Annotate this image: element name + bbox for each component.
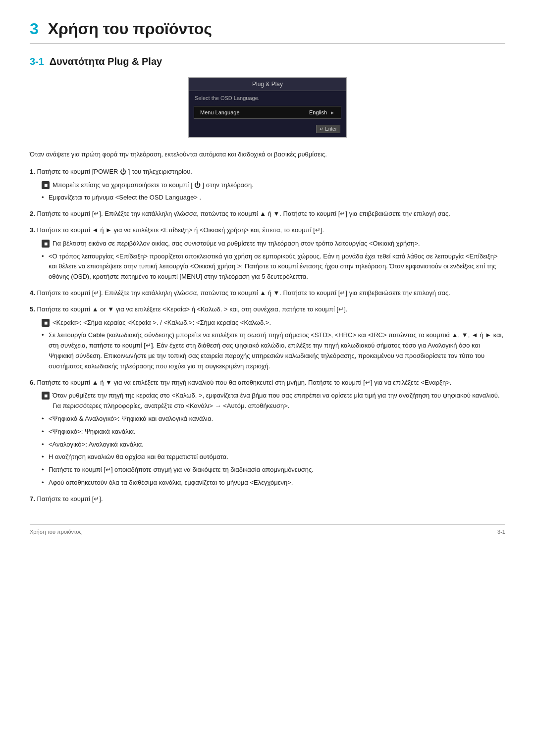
step-item-2: 2. Πατήστε το κουμπί [↵]. Επιλέξτε την κ… <box>30 209 505 219</box>
sub-text: Όταν ρυθμίζετε την πηγή της κεραίας στο … <box>53 391 505 411</box>
osd-enter-button[interactable]: ↵ Enter <box>316 125 340 133</box>
step-text: 3. Πατήστε το κουμπί ◄ ή ► για να επιλέξ… <box>30 225 505 236</box>
sub-item: Η αναζήτηση καναλιών θα αρχίσει και θα τ… <box>42 452 505 462</box>
intro-text: Όταν ανάψετε για πρώτη φορά την τηλεόρασ… <box>30 150 505 160</box>
step-text: 2. Πατήστε το κουμπί [↵]. Επιλέξτε την κ… <box>30 209 505 219</box>
osd-title: Plug & Play <box>189 78 346 91</box>
step-text: 5. Πατήστε το κουμπί ▲ or ▼ για να επιλέ… <box>30 304 505 315</box>
note-icon: ◼ <box>42 240 50 248</box>
sub-item: <Ο τρόπος λειτουργίας <Επίδειξη> προορίζ… <box>42 252 505 282</box>
osd-footer: ↵ Enter <box>189 122 346 137</box>
sub-item: ◼Μπορείτε επίσης να χρησιμοποιήσετε το κ… <box>42 180 505 191</box>
footer-left: Χρήση του προϊόντος <box>30 529 82 535</box>
page-title: 3 Χρήση του προϊόντος <box>30 20 505 44</box>
sub-item: ◼Όταν ρυθμίζετε την πηγή της κεραίας στο… <box>42 391 505 411</box>
sub-item: <Ψηφιακό>: Ψηφιακά κανάλια. <box>42 427 505 437</box>
sub-list-3: ◼Για βέλτιστη εικόνα σε περιβάλλον οικία… <box>42 239 505 282</box>
step-item-3: 3. Πατήστε το κουμπί ◄ ή ► για να επιλέξ… <box>30 225 505 282</box>
step-item-6: 6. Πατήστε το κουμπί ▲ ή ▼ για να επιλέξ… <box>30 378 505 488</box>
section-title: 3-1 Δυνατότητα Plug & Play <box>30 56 505 67</box>
note-icon: ◼ <box>42 392 50 400</box>
sub-item: Πατήστε το κουμπί [↵] οποιαδήποτε στιγμή… <box>42 465 505 475</box>
sub-item: ◼<Κεραία>: <Σήμα κεραίας <Κεραία >. / <Κ… <box>42 318 505 328</box>
step-item-4: 4. Πατήστε το κουμπί [↵]. Επιλέξτε την κ… <box>30 288 505 299</box>
chapter-num: 3 <box>30 20 39 38</box>
sub-item: <Ψηφιακό & Αναλογικό>: Ψηφιακά και αναλο… <box>42 414 505 424</box>
section-num: 3-1 <box>30 56 44 67</box>
step-text: 6. Πατήστε το κουμπί ▲ ή ▼ για να επιλέξ… <box>30 378 505 388</box>
chapter-title-text: Χρήση του προϊόντος <box>48 20 212 38</box>
sub-text: Μπορείτε επίσης να χρησιμοποιήσετε το κο… <box>53 180 254 191</box>
osd-arrow-icon: ► <box>330 110 335 115</box>
osd-language-value: English ► <box>309 109 335 115</box>
osd-container: Plug & Play Select the OSD Language. Men… <box>30 77 505 138</box>
step-item-5: 5. Πατήστε το κουμπί ▲ or ▼ για να επιλέ… <box>30 304 505 372</box>
step-item-1: 1. Πατήστε το κουμπί [POWER ⏻ ] του τηλε… <box>30 167 505 203</box>
osd-dialog: Plug & Play Select the OSD Language. Men… <box>188 77 347 138</box>
sub-item: Εμφανίζεται το μήνυμα <Select the OSD La… <box>42 193 505 203</box>
footer-bar: Χρήση του προϊόντος 3-1 <box>30 524 505 535</box>
sub-item: ◼Για βέλτιστη εικόνα σε περιβάλλον οικία… <box>42 239 505 249</box>
osd-language-row[interactable]: Menu Language English ► <box>194 106 341 119</box>
sub-list-6: ◼Όταν ρυθμίζετε την πηγή της κεραίας στο… <box>42 391 505 488</box>
note-icon: ◼ <box>42 319 50 327</box>
sub-text: Για βέλτιστη εικόνα σε περιβάλλον οικίας… <box>53 239 420 249</box>
sub-item: Αφού αποθηκευτούν όλα τα διαθέσιμα κανάλ… <box>42 478 505 488</box>
steps-list: 1. Πατήστε το κουμπί [POWER ⏻ ] του τηλε… <box>30 167 505 504</box>
osd-language-label: Menu Language <box>200 109 240 115</box>
step-text: 1. Πατήστε το κουμπί [POWER ⏻ ] του τηλε… <box>30 167 505 177</box>
step-text: 4. Πατήστε το κουμπί [↵]. Επιλέξτε την κ… <box>30 288 505 299</box>
osd-subtitle: Select the OSD Language. <box>189 91 346 103</box>
sub-list-1: ◼Μπορείτε επίσης να χρησιμοποιήσετε το κ… <box>42 180 505 203</box>
sub-item: <Αναλογικό>: Αναλογικά κανάλια. <box>42 440 505 450</box>
section-title-text: Δυνατότητα Plug & Play <box>50 56 162 67</box>
sub-item: Σε λειτουργία Cable (καλωδιακής σύνδεσης… <box>42 330 505 371</box>
step-text: 7. Πατήστε το κουμπί [↵]. <box>30 494 505 504</box>
sub-list-5: ◼<Κεραία>: <Σήμα κεραίας <Κεραία >. / <Κ… <box>42 318 505 372</box>
footer-right: 3-1 <box>497 529 505 535</box>
note-icon: ◼ <box>42 181 50 189</box>
sub-text: <Κεραία>: <Σήμα κεραίας <Κεραία >. / <Κα… <box>53 318 271 328</box>
step-item-7: 7. Πατήστε το κουμπί [↵]. <box>30 494 505 504</box>
enter-icon: ↵ <box>320 126 323 132</box>
